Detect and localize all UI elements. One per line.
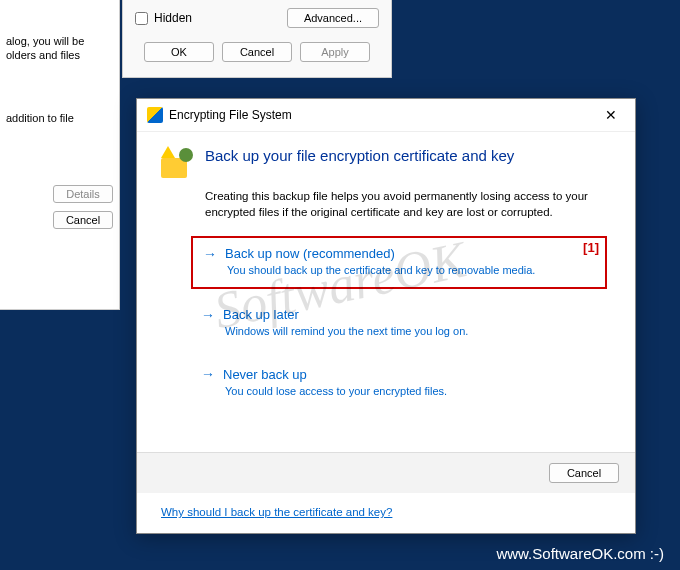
apply-button[interactable]: Apply: [300, 42, 370, 62]
help-link[interactable]: Why should I back up the certificate and…: [161, 506, 392, 518]
option-title: Back up now (recommended): [225, 246, 395, 261]
bg-text-fragment-1: alog, you will be olders and files: [6, 34, 113, 63]
window-title: Encrypting File System: [169, 108, 292, 122]
option-backup-later[interactable]: → Back up later Windows will remind you …: [191, 299, 607, 348]
option-never-backup[interactable]: → Never back up You could lose access to…: [191, 359, 607, 408]
close-button[interactable]: ✕: [597, 105, 625, 125]
dialog-footer: Cancel: [137, 452, 635, 493]
efs-wizard-dialog: Encrypting File System ✕ Back up your fi…: [136, 98, 636, 534]
help-link-row: Why should I back up the certificate and…: [137, 493, 635, 533]
dialog-description: Creating this backup file helps you avoi…: [205, 188, 611, 220]
background-dialog-fragment-left: alog, you will be olders and files addit…: [0, 0, 120, 310]
cancel-button-bg2[interactable]: Cancel: [222, 42, 292, 62]
close-icon: ✕: [605, 107, 617, 123]
option-subtitle: You could lose access to your encrypted …: [225, 384, 597, 398]
arrow-right-icon: →: [201, 367, 215, 381]
shield-icon: [147, 107, 163, 123]
option-backup-now[interactable]: [1] → Back up now (recommended) You shou…: [191, 236, 607, 289]
ok-button[interactable]: OK: [144, 42, 214, 62]
options-list: [1] → Back up now (recommended) You shou…: [191, 236, 607, 418]
background-dialog-fragment-top: Hidden Advanced... OK Cancel Apply: [122, 0, 392, 78]
bg-text-fragment-2: addition to file: [6, 111, 113, 125]
hidden-checkbox[interactable]: [135, 12, 148, 25]
arrow-right-icon: →: [203, 247, 217, 261]
option-subtitle: Windows will remind you the next time yo…: [225, 324, 597, 338]
cancel-button-bg1[interactable]: Cancel: [53, 211, 113, 229]
advanced-button[interactable]: Advanced...: [287, 8, 379, 28]
watermark-bottom: www.SoftwareOK.com :-): [496, 545, 664, 562]
cancel-button[interactable]: Cancel: [549, 463, 619, 483]
option-title: Never back up: [223, 367, 307, 382]
details-button[interactable]: Details: [53, 185, 113, 203]
option-title: Back up later: [223, 307, 299, 322]
dialog-body: Back up your file encryption certificate…: [137, 132, 635, 452]
titlebar: Encrypting File System ✕: [137, 99, 635, 132]
option-subtitle: You should back up the certificate and k…: [227, 263, 595, 277]
annotation-marker: [1]: [583, 240, 599, 255]
hidden-label: Hidden: [154, 11, 192, 25]
arrow-right-icon: →: [201, 308, 215, 322]
efs-wizard-icon: [161, 146, 193, 178]
dialog-heading: Back up your file encryption certificate…: [205, 146, 514, 166]
